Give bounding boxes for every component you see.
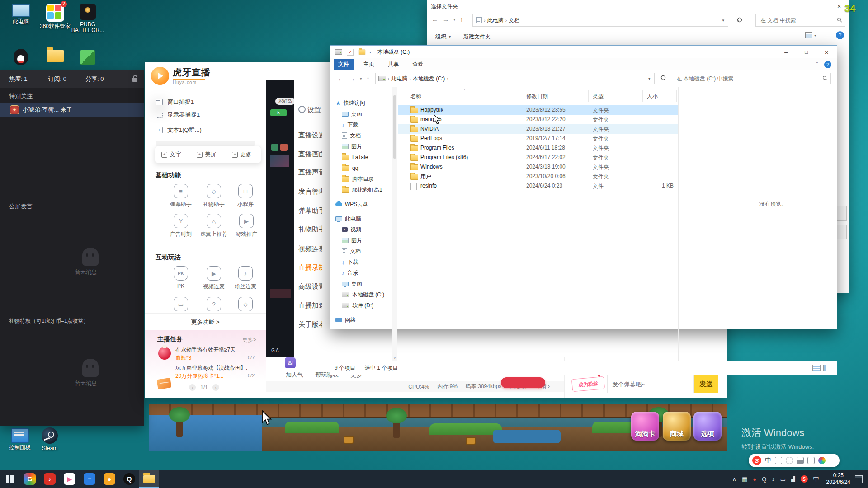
nav-quick-access[interactable]: ★快速访问 [335,98,393,108]
tab-home[interactable]: 主页 [359,59,379,70]
file-row-selected[interactable]: Happytuk 2023/8/12 23:55文件夹 [398,105,679,115]
taskbar-app-explorer[interactable] [139,470,159,488]
column-header-date[interactable]: 修改日期 [526,93,548,100]
ime-tool-icon[interactable] [775,457,782,464]
scroll-thumb[interactable] [393,95,396,159]
close-button[interactable]: × [816,46,837,58]
source-item-display-capture[interactable]: 显示器捕捉1 [156,111,200,119]
minimize-button[interactable]: – [776,46,796,58]
nav-documents2[interactable]: 文档 [342,246,400,256]
add-beautify-button[interactable]: +美屏 [197,150,217,159]
forward-icon[interactable]: → [349,75,355,82]
nav-pictures2[interactable]: 图片 [342,235,400,245]
nav-desktop2[interactable]: 桌面 [342,279,400,289]
taskbar-app-qq[interactable]: Q [119,470,139,488]
send-button[interactable]: 发送 [694,375,718,393]
tray-app-icon[interactable]: ▦ [742,476,747,483]
nav-downloads[interactable]: ↓下载 [342,120,400,130]
new-folder-button[interactable]: 新建文件夹 [463,33,491,41]
scroll-down-icon[interactable]: ˅ [392,356,397,360]
back-icon[interactable]: ← [432,16,438,23]
tray-ime-indicator[interactable]: 中 [813,475,819,483]
explorer-search-box[interactable] [672,73,831,84]
feature-mini-program[interactable]: □小程序 [230,184,261,208]
settings-item-about[interactable]: 关于版本 [298,320,322,329]
back-icon[interactable]: ← [337,75,344,82]
breadcrumb-local-disk[interactable]: 本地磁盘 (C:) [413,75,445,83]
nav-qq[interactable]: qq [342,163,400,173]
feature-video-link[interactable]: ▶视频连麦 [198,266,230,291]
settings-item-video-link[interactable]: 视频连麦 [298,245,322,253]
ribbon-collapse-icon[interactable]: ˆ [816,62,818,67]
file-row[interactable]: Program Files (x86) 2024/6/17 22:02文件夹 [398,153,679,162]
dialog-search-input[interactable] [760,17,829,24]
help-icon[interactable]: ? [836,31,844,39]
action-center-icon[interactable] [855,475,863,483]
tab-share[interactable]: 共享 [383,59,403,70]
taskbar-app-5[interactable]: ● [99,470,119,488]
feature-ad-moment[interactable]: ¥广告时刻 [165,214,197,238]
address-breadcrumb[interactable]: › 此电脑 › 本地磁盘 (C:) › ▾ [375,73,655,84]
qat-new-folder-icon[interactable] [359,49,365,55]
nav-latale[interactable]: LaTale [342,152,400,162]
feature-tv[interactable]: ▭ [165,297,197,311]
mic-icon[interactable] [786,457,793,464]
dialog-search-box[interactable] [755,14,845,27]
feature-fan-link[interactable]: ♪粉丝连麦 [230,266,261,291]
nav-pictures[interactable]: 图片 [342,141,400,151]
file-row[interactable]: Program Files 2024/6/11 18:28文件夹 [398,143,679,153]
column-header-type[interactable]: 类型 [593,93,604,100]
tray-display-icon[interactable]: ▭ [780,476,786,483]
column-divider[interactable] [676,90,677,102]
page-next-button[interactable]: › [212,384,219,391]
lock-icon[interactable] [132,78,137,82]
taskbar-app-2[interactable]: ♪ [40,470,60,488]
skin-icon[interactable] [818,457,826,464]
feature-extra[interactable]: ◇ [230,297,261,311]
game-button-shop[interactable]: 商城 [663,412,691,441]
feature-pk[interactable]: PKPK [165,266,197,289]
details-view-icon[interactable] [812,365,821,371]
view-mode-button[interactable]: ▾ [805,32,816,38]
feature-trophy[interactable]: ? [198,297,230,311]
breadcrumb-this-pc[interactable]: 此电脑 [391,75,407,83]
breadcrumb-documents[interactable]: 文档 [509,17,519,24]
ime-mode-chinese[interactable]: 中 [765,456,771,465]
settings-item-speech-mgmt[interactable]: 发言管理 [298,188,322,196]
game-button-options[interactable]: 选项 [693,412,722,441]
file-row[interactable]: 用户 2023/10/20 0:06文件夹 [398,172,679,181]
breadcrumb-this-pc[interactable]: 此电脑 [487,17,504,24]
stop-stream-button[interactable] [501,377,545,388]
keyboard-icon[interactable] [797,457,804,464]
nav-rainbow[interactable]: 耶比彩虹岛1 [342,185,400,195]
settings-item-advanced[interactable]: 高级设置 [298,282,322,291]
settings-item-gift[interactable]: 礼物助手 [298,225,322,234]
desktop-icon-qq[interactable] [2,49,40,65]
follow-list-item[interactable]: ★ 小琥弟-互衝... 来了 [0,103,144,117]
danmaku-input[interactable] [607,375,694,393]
game-button-card[interactable]: 淘淘卡 [631,412,659,441]
settings-item-live-record-selected[interactable]: 直播录制 [298,263,322,272]
nav-network[interactable]: 网络 [335,315,393,325]
desktop-icon-pubg[interactable]: PUBG BATTLEGR... [69,4,107,33]
nav-music[interactable]: ♪音乐 [342,268,400,278]
history-dropdown-icon[interactable]: ▾ [360,76,362,81]
tray-hidden-icons[interactable]: ∧ [732,476,737,483]
add-more-button[interactable]: +更多 [232,150,252,159]
column-divider[interactable] [522,90,522,102]
taskbar-app-browser[interactable]: G [20,470,40,488]
page-prev-button[interactable]: ‹ [189,384,196,391]
maximize-button[interactable]: □ [796,46,816,58]
organize-button[interactable]: 组织 [435,33,446,41]
tray-sogou-icon[interactable]: S [801,475,808,483]
source-item-window-capture[interactable]: 窗口捕捉1 [156,98,194,106]
become-fan-stamp[interactable]: 成为粉丝 [571,376,605,392]
taskbar-app-3[interactable]: ▶ [60,470,80,488]
start-button[interactable] [0,470,20,488]
tray-alert-icon[interactable]: ● [753,476,756,483]
taskbar-app-4[interactable]: ≡ [80,470,99,488]
file-row[interactable]: resinfo 2024/6/24 0:23文件 1 KB [398,181,679,191]
nav-documents[interactable]: 文档 [342,131,400,141]
nav-local-disk-c[interactable]: 本地磁盘 (C:) [342,290,400,300]
settings-item-danmaku[interactable]: 弹幕助手 [298,206,322,215]
